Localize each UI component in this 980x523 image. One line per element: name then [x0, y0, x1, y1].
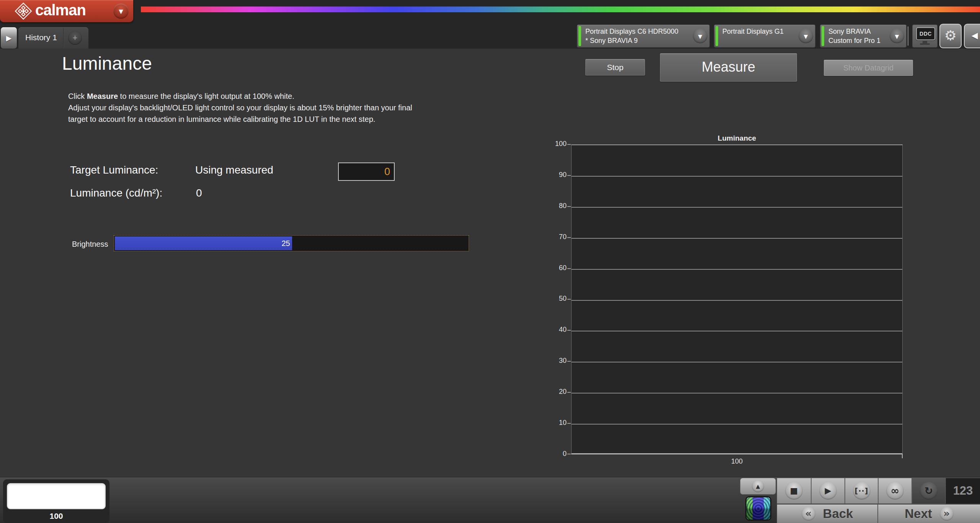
source-selector[interactable]: Portrait Displays G1 ▼	[714, 25, 815, 47]
instructions-text: Click Measure to measure the display's l…	[68, 90, 412, 125]
display-selector[interactable]: Sony BRAVIA Custom for Pro 1 ▼	[820, 25, 906, 47]
source-connected-indicator	[715, 26, 718, 46]
display-chevron-down-icon[interactable]: ▼	[890, 29, 904, 43]
y-axis-tick-label: 50	[548, 295, 567, 303]
display-connected-indicator	[822, 26, 824, 46]
pattern-thumbnail[interactable]	[745, 496, 771, 521]
y-axis-tick-label: 40	[548, 326, 567, 334]
y-axis-tick-label: 30	[548, 357, 567, 365]
meter-target-name: * Sony BRAVIA 9	[585, 37, 638, 45]
brightness-label: Brightness	[72, 240, 108, 249]
y-axis-tick-label: 20	[548, 388, 567, 396]
instructions-line-3: target to account for a reduction in lum…	[68, 113, 412, 125]
y-axis-tick	[567, 423, 571, 424]
y-axis-tick	[567, 454, 571, 454]
meter-name: Portrait Displays C6 HDR5000	[585, 28, 678, 36]
stop-icon: ■	[785, 482, 803, 500]
gridline	[572, 362, 902, 362]
show-datagrid-button[interactable]: Show Datagrid	[824, 60, 913, 76]
settings-button[interactable]: ⚙	[939, 24, 962, 48]
calman-app-window: calman ▼ ▶ History 1 + Portrait Displays…	[0, 0, 980, 523]
next-button[interactable]: Next »	[878, 505, 980, 523]
refresh-icon: ↻	[920, 482, 938, 500]
rainbow-gradient-bar	[141, 7, 980, 12]
gridline	[572, 269, 902, 270]
ddc-monitor-icon: DDC	[916, 27, 935, 40]
display-name: Sony BRAVIA	[828, 28, 871, 36]
target-luminance-mode: Using measured	[195, 164, 273, 176]
source-chevron-down-icon[interactable]: ▼	[799, 29, 813, 43]
luminance-chart-plot-area	[571, 144, 903, 454]
pattern-level-label: 100	[3, 512, 109, 521]
x-axis-tick-label: 100	[699, 457, 775, 466]
pattern-thumbnail-shade	[746, 497, 770, 520]
chevron-up-icon: ▲	[752, 480, 764, 492]
gridline	[572, 238, 902, 239]
transport-interval-button[interactable]: [··]	[845, 478, 878, 503]
brand-chevron-down-icon[interactable]: ▼	[113, 3, 129, 19]
y-axis-tick-label: 0	[548, 450, 567, 458]
transport-sync-button[interactable]: ↻	[912, 478, 945, 503]
gear-icon: ⚙	[944, 28, 957, 43]
y-axis-tick-label: 90	[548, 171, 567, 179]
y-axis-tick	[567, 144, 571, 145]
infinity-icon: ∞	[886, 482, 904, 500]
source-name: Portrait Displays G1	[722, 28, 784, 36]
y-axis-tick-label: 100	[548, 140, 567, 148]
play-icon: ▶	[819, 482, 837, 500]
gridline	[572, 207, 902, 208]
y-axis-tick	[567, 361, 571, 362]
double-chevron-left-icon: «	[802, 507, 815, 521]
instructions-line-2: Adjust your display's backlight/OLED lig…	[68, 102, 412, 113]
display-mode-name: Custom for Pro 1	[828, 37, 880, 45]
add-tab-button[interactable]: +	[68, 31, 82, 45]
gridline	[572, 424, 902, 425]
ddc-button[interactable]: DDC	[913, 25, 937, 47]
y-axis-tick-label: 70	[548, 233, 567, 241]
y-axis-tick-label: 10	[548, 419, 567, 427]
chart-title: Luminance	[699, 134, 775, 143]
tab-divider	[63, 28, 64, 48]
target-luminance-input[interactable]	[338, 162, 395, 181]
measurement-counter: 123	[946, 478, 980, 503]
y-axis-tick	[567, 175, 571, 176]
back-button[interactable]: « Back	[777, 505, 877, 523]
y-axis-tick-label: 80	[548, 202, 567, 210]
stop-button[interactable]: Stop	[585, 59, 645, 75]
calman-logo-icon	[15, 2, 32, 20]
page-title: Luminance	[62, 53, 152, 74]
double-chevron-right-icon: »	[940, 507, 954, 521]
toolbar-separator	[908, 26, 908, 46]
meter-selector[interactable]: Portrait Displays C6 HDR5000 * Sony BRAV…	[577, 25, 709, 47]
meter-connected-indicator	[578, 26, 581, 46]
gridline	[572, 331, 902, 331]
brightness-slider-fill	[115, 236, 292, 250]
y-axis-tick	[567, 330, 571, 331]
pattern-preview-panel: 100	[3, 479, 109, 523]
transport-play-button[interactable]: ▶	[812, 478, 844, 503]
expand-pattern-controls-button[interactable]: ▲	[740, 478, 776, 494]
pattern-preview[interactable]	[7, 483, 106, 509]
transport-stop-button[interactable]: ■	[777, 478, 811, 503]
measure-button[interactable]: Measure	[660, 53, 797, 82]
transport-continuous-button[interactable]: ∞	[879, 478, 911, 503]
tab-history-1-label: History 1	[25, 33, 57, 42]
top-header: calman ▼ ▶ History 1 + Portrait Displays…	[0, 0, 980, 49]
gridline	[572, 393, 902, 393]
calman-menu-button[interactable]: calman ▼	[0, 0, 133, 22]
brightness-slider-value: 25	[281, 239, 290, 248]
y-axis-tick	[567, 392, 571, 393]
brand-name: calman	[35, 2, 86, 19]
brightness-slider[interactable]: 25	[114, 235, 469, 251]
gridline	[572, 300, 902, 301]
session-panel-expand-button[interactable]: ▶	[1, 27, 17, 49]
back-button-label: Back	[823, 507, 853, 521]
y-axis-tick	[567, 268, 571, 269]
tab-history-1[interactable]: History 1 +	[18, 27, 88, 49]
y-axis-tick	[567, 237, 571, 238]
y-axis-tick-label: 60	[548, 264, 567, 272]
collapse-toolbar-button[interactable]: ◀	[964, 24, 980, 48]
meter-chevron-down-icon[interactable]: ▼	[693, 29, 707, 43]
chevron-left-icon: ◀	[972, 31, 978, 40]
y-axis-tick	[567, 206, 571, 207]
